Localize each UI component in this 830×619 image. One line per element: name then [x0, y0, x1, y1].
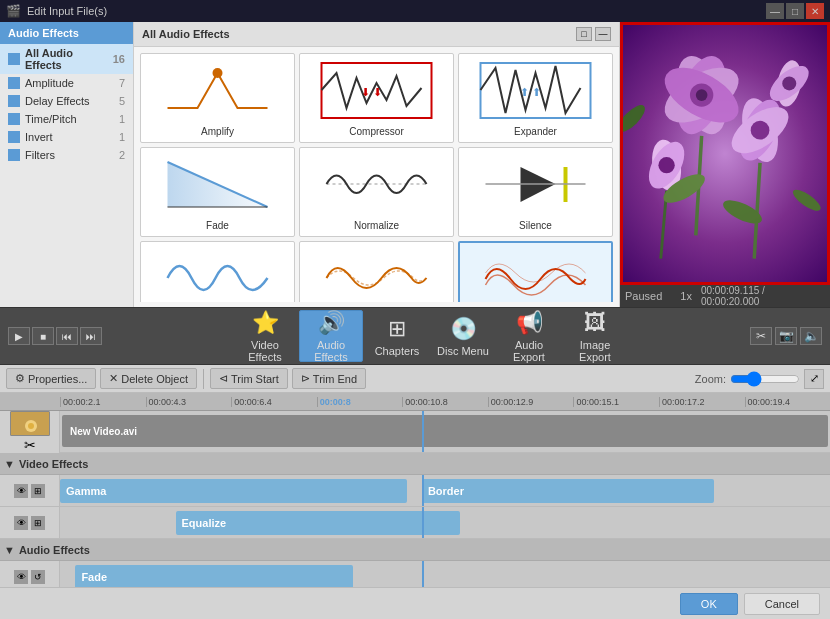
trim-start-button[interactable]: ⊲ Trim Start	[210, 368, 288, 389]
svg-point-1	[213, 68, 223, 78]
disc-menu-icon: 💿	[450, 316, 477, 342]
collapse-icon-audio[interactable]: ▼	[4, 544, 15, 556]
action-bar: OK Cancel	[0, 587, 830, 619]
prev-button[interactable]: ⏮	[56, 327, 78, 345]
video-track-row: ✂ New Video.avi	[0, 411, 830, 453]
cut-button[interactable]: ✂	[750, 327, 772, 345]
maximize-button[interactable]: □	[786, 3, 804, 19]
trim-end-button[interactable]: ⊳ Trim End	[292, 368, 366, 389]
toolbar-image-export[interactable]: 🖼 Image Export	[563, 310, 627, 362]
app-icon: 🎬	[6, 4, 21, 18]
effect-normalize[interactable]: Normalize	[299, 147, 454, 237]
border-track[interactable]: Border	[422, 479, 715, 503]
delete-object-button[interactable]: ✕ Delete Object	[100, 368, 197, 389]
eye-icon-2[interactable]: 👁	[14, 516, 28, 530]
border-label: Border	[428, 485, 464, 497]
toolbar-video-effects[interactable]: ⭐ Video Effects	[233, 310, 297, 362]
effect-silence[interactable]: Silence	[458, 147, 613, 237]
paused-status: Paused	[625, 290, 662, 302]
speed-label: 1x	[680, 290, 692, 302]
stop-button[interactable]: ■	[32, 327, 54, 345]
preview-video	[620, 22, 830, 285]
sidebar: Audio Effects All Audio Effects 16 Ampli…	[0, 22, 134, 307]
play-button[interactable]: ▶	[8, 327, 30, 345]
close-button[interactable]: ✕	[806, 3, 824, 19]
ae-track-1-header: 👁 ↺	[0, 561, 60, 587]
svg-rect-19	[317, 246, 437, 302]
chapters-icon: ⊞	[388, 316, 406, 342]
toolbar-disc-menu-label: Disc Menu	[437, 345, 489, 357]
effect-compressor-label: Compressor	[349, 126, 403, 137]
delete-label: Delete Object	[121, 373, 188, 385]
zoom-slider[interactable]	[730, 371, 800, 387]
trim-end-icon: ⊳	[301, 372, 310, 385]
sidebar-item-filters[interactable]: Filters 2	[0, 146, 133, 164]
zoom-expand-button[interactable]: ⤢	[804, 369, 824, 389]
effects-grid: Amplify ⬇ ⬇ Compressor	[134, 47, 619, 302]
timeline-scrollable[interactable]: ✂ New Video.avi ▼ Video Effects 👁	[0, 411, 830, 587]
ruler-mark-8: 00:00:17.2	[659, 397, 745, 407]
effect-expander[interactable]: ⬆ ⬆ Expander	[458, 53, 613, 143]
equalize-label: Equalize	[182, 517, 227, 529]
eye-icon-1[interactable]: 👁	[14, 484, 28, 498]
sidebar-item-invert[interactable]: Invert 1	[0, 128, 133, 146]
fade-track[interactable]: Fade	[75, 565, 352, 587]
eye-icon-audio[interactable]: 👁	[14, 570, 28, 584]
effect-compressor[interactable]: ⬇ ⬇ Compressor	[299, 53, 454, 143]
sidebar-item-amplitude[interactable]: Amplitude 7	[0, 74, 133, 92]
audio-effects-icon: 🔊	[318, 310, 345, 336]
toolbar-audio-export[interactable]: 📢 Audio Export	[497, 310, 561, 362]
toolbar-disc-menu[interactable]: 💿 Disc Menu	[431, 310, 495, 362]
ok-button[interactable]: OK	[680, 593, 738, 615]
video-track-label: New Video.avi	[70, 426, 137, 437]
sidebar-item-time[interactable]: Time/Pitch 1	[0, 110, 133, 128]
video-effects-section-header: ▼ Video Effects	[0, 453, 830, 475]
equalize-track[interactable]: Equalize	[176, 511, 461, 535]
time-display: 00:00:09.115 / 00:00:20.000	[701, 285, 825, 307]
ruler-mark-3: 00:00:6.4	[231, 397, 317, 407]
audio-button[interactable]: 🔈	[800, 327, 822, 345]
lock-icon-1[interactable]: ⊞	[31, 484, 45, 498]
folder-icon-6	[8, 149, 20, 161]
effect-flanger-thumb	[304, 246, 449, 302]
effect-flanger[interactable]: Flanger	[299, 241, 454, 302]
audio-icon[interactable]: ↺	[31, 570, 45, 584]
effect-silence-thumb	[463, 152, 608, 217]
toolbar-chapters[interactable]: ⊞ Chapters	[365, 310, 429, 362]
gamma-track[interactable]: Gamma	[60, 479, 407, 503]
trim-start-label: Trim Start	[231, 373, 279, 385]
next-button[interactable]: ⏭	[80, 327, 102, 345]
effect-chorus[interactable]: Chorus	[458, 241, 613, 302]
video-effects-track-1: 👁 ⊞ Gamma Border	[0, 475, 830, 507]
toolbar-audio-effects[interactable]: 🔊 Audio Effects	[299, 310, 363, 362]
ruler-mark-1: 00:00:2.1	[60, 397, 146, 407]
cancel-button[interactable]: Cancel	[744, 593, 820, 615]
sidebar-count-5: 1	[119, 131, 125, 143]
effect-amplify[interactable]: Amplify	[140, 53, 295, 143]
video-track-content: New Video.avi	[60, 411, 830, 452]
lock-icon-2[interactable]: ⊞	[31, 516, 45, 530]
video-track-header: ✂	[0, 411, 60, 453]
sidebar-item-delay[interactable]: Delay Effects 5	[0, 92, 133, 110]
effects-minimize-btn[interactable]: □	[576, 27, 592, 41]
svg-text:⬆ ⬆: ⬆ ⬆	[520, 86, 541, 98]
sidebar-item-all[interactable]: All Audio Effects 16	[0, 44, 133, 74]
effect-vibrato[interactable]: Vibrato	[140, 241, 295, 302]
timeline-controls-bar: ⚙ Properties... ✕ Delete Object ⊲ Trim S…	[0, 365, 830, 393]
collapse-icon[interactable]: ▼	[4, 458, 15, 470]
effects-close-btn[interactable]: —	[595, 27, 611, 41]
effects-header-controls: □ —	[576, 27, 611, 41]
titlebar-title: Edit Input File(s)	[27, 5, 766, 17]
sidebar-count-3: 5	[119, 95, 125, 107]
effect-fade[interactable]: Fade	[140, 147, 295, 237]
minimize-button[interactable]: —	[766, 3, 784, 19]
sidebar-item-count: 16	[113, 53, 125, 65]
audio-effects-section-header: ▼ Audio Effects	[0, 539, 830, 561]
effect-normalize-label: Normalize	[354, 220, 399, 231]
ruler-mark-4: 00:00:8	[317, 397, 403, 407]
audio-effects-section-label: Audio Effects	[19, 544, 90, 556]
properties-button[interactable]: ⚙ Properties...	[6, 368, 96, 389]
video-effects-icon: ⭐	[252, 310, 279, 336]
svg-point-31	[751, 121, 770, 140]
snapshot-button[interactable]: 📷	[775, 327, 797, 345]
